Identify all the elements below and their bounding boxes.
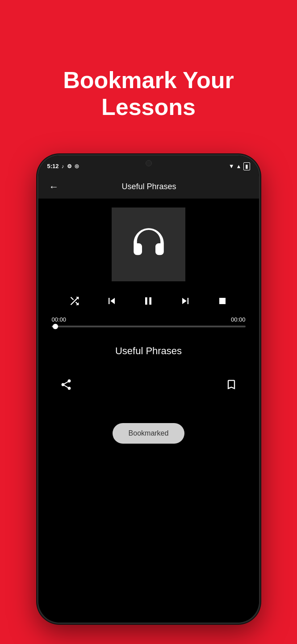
stop-button[interactable]	[216, 295, 229, 307]
pause-button[interactable]	[142, 295, 155, 307]
time-start: 00:00	[52, 316, 67, 323]
phone-frame: 5:12 ♪ ⚙ ◎ ▼ ▲ ▮ ← Useful Phrases	[37, 154, 260, 624]
music-note-icon: ♪	[62, 163, 64, 169]
controls-row	[38, 295, 259, 307]
progress-thumb	[53, 324, 58, 329]
nav-title: Useful Phrases	[63, 182, 236, 191]
progress-section: 00:00 00:00	[38, 316, 259, 327]
status-bar: 5:12 ♪ ⚙ ◎ ▼ ▲ ▮	[38, 156, 259, 175]
progress-bar[interactable]	[52, 326, 246, 327]
lesson-area: Useful Phrases	[38, 336, 259, 623]
nav-bar: ← Useful Phrases	[38, 175, 259, 199]
wifi-icon: ▼	[229, 163, 234, 169]
status-right: ▼ ▲ ▮	[229, 162, 250, 170]
headphones-icon	[129, 223, 169, 265]
status-left: 5:12 ♪ ⚙ ◎	[47, 163, 79, 169]
time-display: 5:12	[47, 163, 59, 169]
shuffle-button[interactable]	[68, 295, 81, 307]
back-button[interactable]: ←	[46, 179, 63, 195]
hero-title: Bookmark Your Lessons	[45, 67, 251, 121]
time-end: 00:00	[231, 316, 246, 323]
cast-icon: ◎	[75, 163, 79, 169]
player-area: 00:00 00:00	[38, 199, 259, 336]
bookmarked-toast: Bookmarked	[52, 423, 246, 444]
settings-icon: ⚙	[67, 163, 72, 169]
next-button[interactable]	[179, 295, 192, 307]
bookmark-button[interactable]	[222, 375, 241, 396]
lesson-title: Useful Phrases	[52, 345, 246, 357]
action-row	[52, 375, 246, 396]
time-row: 00:00 00:00	[52, 316, 246, 323]
phone-mockup: 5:12 ♪ ⚙ ◎ ▼ ▲ ▮ ← Useful Phrases	[37, 154, 260, 624]
battery-icon: ▮	[243, 162, 250, 170]
signal-icon: ▲	[236, 163, 242, 169]
hero-section: Bookmark Your Lessons	[27, 31, 269, 139]
phone-screen: 5:12 ♪ ⚙ ◎ ▼ ▲ ▮ ← Useful Phrases	[38, 156, 259, 623]
album-art	[112, 208, 185, 281]
prev-button[interactable]	[105, 295, 118, 307]
share-button[interactable]	[56, 375, 76, 396]
bookmarked-pill: Bookmarked	[113, 423, 185, 444]
